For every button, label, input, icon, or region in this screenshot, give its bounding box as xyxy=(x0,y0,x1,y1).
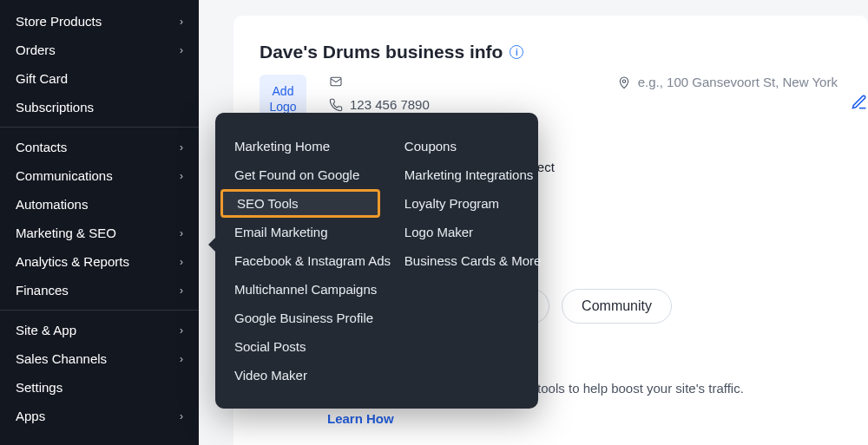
learn-how-link[interactable]: Learn How xyxy=(327,411,394,426)
chevron-right-icon: › xyxy=(180,285,183,297)
info-icon[interactable]: i xyxy=(510,45,523,59)
flyout-item-video-maker[interactable]: Video Maker xyxy=(215,361,385,389)
contact-column: 123 456 7890 xyxy=(329,75,430,112)
sidebar-item-label: Apps xyxy=(16,409,45,423)
sidebar-item-gift-card[interactable]: Gift Card xyxy=(0,64,199,93)
sidebar-group: Contacts› Communications› Automations Ma… xyxy=(0,133,199,304)
sidebar-item-label: Site & App xyxy=(16,323,76,337)
sidebar-item-label: Gift Card xyxy=(16,71,68,86)
divider xyxy=(0,310,199,311)
sidebar-item-label: Orders xyxy=(16,43,56,57)
chevron-right-icon: › xyxy=(180,16,183,28)
chevron-right-icon: › xyxy=(180,44,183,56)
sidebar-item-label: Marketing & SEO xyxy=(16,226,116,240)
sidebar-item-analytics-reports[interactable]: Analytics & Reports› xyxy=(0,247,199,276)
chevron-right-icon: › xyxy=(180,141,183,154)
page-title: Dave's Drums business info xyxy=(260,42,503,62)
sidebar-item-label: Analytics & Reports xyxy=(16,254,129,269)
chevron-right-icon: › xyxy=(180,324,183,337)
location-row[interactable]: e.g., 100 Gansevoort St, New York xyxy=(617,75,838,89)
chevron-right-icon: › xyxy=(180,256,183,268)
flyout-item-email-marketing[interactable]: Email Marketing xyxy=(215,218,385,246)
sidebar-item-subscriptions[interactable]: Subscriptions xyxy=(0,93,199,121)
edit-icon[interactable] xyxy=(851,94,868,115)
sidebar-item-settings[interactable]: Settings xyxy=(0,373,199,402)
sidebar-item-site-app[interactable]: Site & App› xyxy=(0,316,199,344)
location-placeholder: e.g., 100 Gansevoort St, New York xyxy=(638,75,838,89)
sidebar-item-finances[interactable]: Finances› xyxy=(0,276,199,304)
phone-icon xyxy=(329,98,343,112)
svg-point-1 xyxy=(622,80,625,82)
divider xyxy=(0,127,199,128)
card-title-row: Dave's Drums business info i xyxy=(260,42,842,62)
sidebar-item-label: Settings xyxy=(16,380,62,395)
chevron-right-icon: › xyxy=(180,353,183,365)
sidebar-item-label: Sales Channels xyxy=(16,351,107,366)
phone-value: 123 456 7890 xyxy=(350,97,430,112)
sidebar-item-label: Finances xyxy=(16,283,69,298)
flyout-item-multichannel[interactable]: Multichannel Campaigns xyxy=(215,275,385,304)
sidebar-item-label: Subscriptions xyxy=(16,100,94,115)
sidebar-item-orders[interactable]: Orders› xyxy=(0,36,199,64)
sidebar-item-store-products[interactable]: Store Products› xyxy=(0,7,199,36)
sidebar-item-label: Contacts xyxy=(16,140,67,154)
chevron-right-icon: › xyxy=(180,410,183,422)
flyout-item-coupons[interactable]: Coupons xyxy=(385,132,538,160)
svg-rect-0 xyxy=(331,77,341,85)
chevron-right-icon: › xyxy=(180,227,183,239)
flyout-item-marketing-integrations[interactable]: Marketing Integrations xyxy=(385,160,538,189)
chevron-right-icon: › xyxy=(180,170,183,182)
sidebar-item-apps[interactable]: Apps› xyxy=(0,402,199,430)
sidebar-item-label: Store Products xyxy=(16,14,102,29)
flyout-item-get-found-google[interactable]: Get Found on Google xyxy=(215,160,385,189)
sidebar-group: Store Products› Orders› Gift Card Subscr… xyxy=(0,7,199,121)
sidebar-item-marketing-seo[interactable]: Marketing & SEO› xyxy=(0,219,199,247)
flyout-item-google-business[interactable]: Google Business Profile xyxy=(215,304,385,332)
flyout-item-business-cards[interactable]: Business Cards & More xyxy=(385,246,538,275)
sidebar-item-sales-channels[interactable]: Sales Channels› xyxy=(0,344,199,373)
sidebar-item-label: Automations xyxy=(16,197,88,212)
phone-row[interactable]: 123 456 7890 xyxy=(329,97,430,112)
sidebar-item-communications[interactable]: Communications› xyxy=(0,161,199,190)
flyout-item-seo-tools[interactable]: SEO Tools xyxy=(220,189,380,218)
sidebar-group: Site & App› Sales Channels› Settings App… xyxy=(0,316,199,430)
flyout-item-logo-maker[interactable]: Logo Maker xyxy=(385,218,538,246)
sidebar-item-contacts[interactable]: Contacts› xyxy=(0,133,199,161)
flyout-item-marketing-home[interactable]: Marketing Home xyxy=(215,132,385,160)
sidebar-item-automations[interactable]: Automations xyxy=(0,190,199,219)
flyout-item-fb-ig-ads[interactable]: Facebook & Instagram Ads xyxy=(215,246,385,275)
envelope-icon xyxy=(329,75,343,88)
sidebar-item-label: Communications xyxy=(16,168,113,183)
flyout-column-1: Marketing Home Get Found on Google SEO T… xyxy=(215,132,385,389)
flyout-column-2: Coupons Marketing Integrations Loyalty P… xyxy=(385,132,538,389)
flyout-item-social-posts[interactable]: Social Posts xyxy=(215,332,385,361)
flyout-item-loyalty[interactable]: Loyalty Program xyxy=(385,189,538,218)
marketing-seo-flyout: Marketing Home Get Found on Google SEO T… xyxy=(215,113,538,409)
location-pin-icon xyxy=(617,75,631,89)
pill-community[interactable]: Community xyxy=(562,289,672,324)
sidebar: Store Products› Orders› Gift Card Subscr… xyxy=(0,0,199,445)
email-row[interactable] xyxy=(329,75,430,88)
